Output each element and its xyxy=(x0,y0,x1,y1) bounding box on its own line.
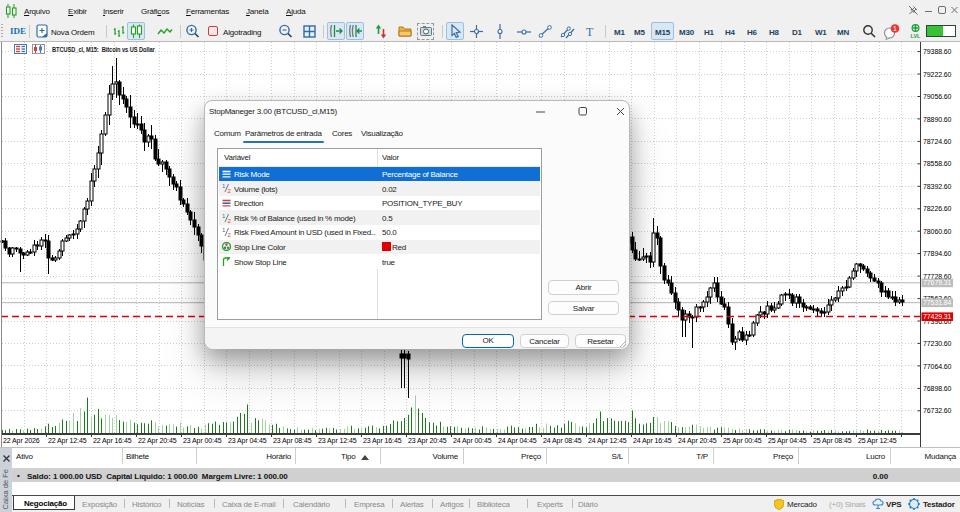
svg-text:23 Apr 12:45: 23 Apr 12:45 xyxy=(318,437,357,445)
svg-text:22 Apr 16:45: 22 Apr 16:45 xyxy=(93,437,132,445)
svg-text:77531.84: 77531.84 xyxy=(923,299,952,306)
svg-text:24 Apr 04:45: 24 Apr 04:45 xyxy=(498,437,537,445)
svg-text:76732.60: 76732.60 xyxy=(923,407,952,414)
svg-text:77429.31: 77429.31 xyxy=(923,313,952,320)
svg-text:24 Apr 12:45: 24 Apr 12:45 xyxy=(588,437,627,445)
svg-text:78890.60: 78890.60 xyxy=(923,116,952,123)
svg-text:78724.60: 78724.60 xyxy=(923,138,952,145)
svg-text:1: 1 xyxy=(222,183,226,189)
svg-text:78558.60: 78558.60 xyxy=(923,160,952,167)
svg-text:23 Apr 04:45: 23 Apr 04:45 xyxy=(228,437,267,445)
svg-text:1: 1 xyxy=(222,213,226,219)
svg-text:LVL: LVL xyxy=(911,33,922,39)
svg-text:25 Apr 00:45: 25 Apr 00:45 xyxy=(723,437,762,445)
svg-text:24 Apr 20:45: 24 Apr 20:45 xyxy=(678,437,717,445)
svg-text:2: 2 xyxy=(228,217,232,223)
svg-text:77894.60: 77894.60 xyxy=(923,250,952,257)
svg-text:77064.60: 77064.60 xyxy=(923,363,952,370)
svg-text:23 Apr 00:45: 23 Apr 00:45 xyxy=(183,437,222,445)
svg-text:76898.60: 76898.60 xyxy=(923,385,952,392)
svg-text:2: 2 xyxy=(228,232,232,238)
svg-text:79388.60: 79388.60 xyxy=(923,48,952,55)
svg-text:22 Apr 12:45: 22 Apr 12:45 xyxy=(48,437,87,445)
svg-text:2: 2 xyxy=(228,188,232,194)
svg-text:24 Apr 16:45: 24 Apr 16:45 xyxy=(633,437,672,445)
svg-text:25 Apr 12:45: 25 Apr 12:45 xyxy=(858,437,897,445)
svg-text:79056.60: 79056.60 xyxy=(923,93,952,100)
svg-text:79222.60: 79222.60 xyxy=(923,71,952,78)
svg-text:77679.31: 77679.31 xyxy=(923,279,952,286)
svg-text:1: 1 xyxy=(893,25,897,32)
svg-text:78226.60: 78226.60 xyxy=(923,205,952,212)
svg-text:78392.60: 78392.60 xyxy=(923,183,952,190)
svg-text:22 Apr 20:45: 22 Apr 20:45 xyxy=(138,437,177,445)
svg-text:23 Apr 16:45: 23 Apr 16:45 xyxy=(363,437,402,445)
svg-text:22 Apr 2026: 22 Apr 2026 xyxy=(3,437,40,445)
svg-text:77230.60: 77230.60 xyxy=(923,340,952,347)
svg-text:24 Apr 00:45: 24 Apr 00:45 xyxy=(453,437,492,445)
svg-text:1: 1 xyxy=(222,227,226,233)
svg-text:25 Apr 04:45: 25 Apr 04:45 xyxy=(768,437,807,445)
svg-text:23 Apr 08:45: 23 Apr 08:45 xyxy=(273,437,312,445)
svg-text:24 Apr 08:45: 24 Apr 08:45 xyxy=(543,437,582,445)
svg-text:25 Apr 08:45: 25 Apr 08:45 xyxy=(813,437,852,445)
svg-text:78060.60: 78060.60 xyxy=(923,228,952,235)
svg-text:23 Apr 20:45: 23 Apr 20:45 xyxy=(408,437,447,445)
